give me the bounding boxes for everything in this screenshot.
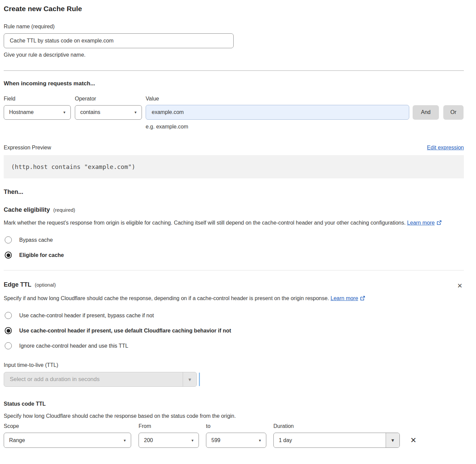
radio-checked-icon[interactable] — [5, 252, 12, 259]
ttl-duration-placeholder: Select or add a duration in seconds — [4, 372, 183, 386]
create-cache-rule-page: Create new Cache Rule Rule name (require… — [0, 0, 476, 458]
edge-ttl-header: Edge TTL (optional) ✕ — [4, 281, 464, 290]
to-select-value: 599 — [211, 437, 220, 443]
cache-eligibility-description-text: Mark whether the request's response from… — [4, 220, 406, 226]
radio-use-header-bypass-label: Use cache-control header if present, byp… — [19, 313, 154, 319]
close-icon[interactable]: ✕ — [456, 281, 464, 290]
expression-header: Expression Preview Edit expression — [4, 145, 464, 151]
external-link-icon — [360, 294, 365, 304]
required-tag: (required) — [53, 207, 75, 213]
then-heading: Then... — [4, 188, 464, 196]
radio-ignore-header[interactable]: Ignore cache-control header and use this… — [4, 342, 464, 349]
match-labels-row: Field Operator Value — [4, 96, 464, 102]
edge-ttl-heading: Edge TTL — [4, 281, 31, 288]
external-link-icon — [437, 219, 442, 228]
text-cursor — [199, 373, 200, 386]
radio-checked-icon[interactable] — [5, 327, 12, 334]
rule-name-input[interactable]: Cache TTL by status code on example.com — [4, 33, 234, 48]
scope-select[interactable]: Range ▾ — [4, 433, 131, 448]
cache-eligibility-description: Mark whether the request's response from… — [4, 218, 455, 228]
match-condition-row: Hostname ▾ contains ▾ example.com And Or — [4, 105, 464, 120]
value-input[interactable]: example.com — [146, 105, 409, 120]
from-label: From — [139, 423, 206, 429]
duration-select[interactable]: 1 day ▾ — [273, 433, 400, 448]
delete-row-icon[interactable]: ✕ — [409, 435, 418, 445]
operator-select[interactable]: contains ▾ — [75, 105, 142, 120]
edge-ttl-description-text: Specify if and how long Cloudflare shoul… — [4, 295, 329, 301]
chevron-down-icon: ▾ — [135, 110, 137, 114]
to-select[interactable]: 599 ▾ — [206, 433, 266, 448]
page-title: Create new Cache Rule — [4, 5, 464, 13]
rule-name-helper: Give your rule a descriptive name. — [4, 52, 464, 58]
value-input-value: example.com — [152, 109, 184, 115]
section-divider — [4, 270, 464, 270]
radio-icon[interactable] — [5, 342, 12, 349]
status-code-ttl-description: Specify how long Cloudflare should cache… — [4, 413, 464, 419]
radio-ignore-header-label: Ignore cache-control header and use this… — [19, 343, 128, 349]
radio-icon[interactable] — [5, 312, 12, 319]
learn-more-link[interactable]: Learn more — [407, 220, 435, 226]
optional-tag: (optional) — [35, 282, 56, 288]
ttl-input-label: Input time-to-live (TTL) — [4, 362, 464, 368]
radio-eligible-for-cache-label: Eligible for cache — [19, 252, 64, 258]
duration-label: Duration — [273, 423, 294, 429]
chevron-down-icon: ▾ — [183, 372, 197, 386]
radio-use-header-bypass[interactable]: Use cache-control header if present, byp… — [4, 312, 464, 319]
edit-expression-link[interactable]: Edit expression — [427, 145, 464, 151]
expression-preview-label: Expression Preview — [4, 145, 51, 151]
duration-select-value: 1 day — [274, 433, 386, 447]
learn-more-link[interactable]: Learn more — [331, 295, 358, 301]
cache-eligibility-header: Cache eligibility (required) — [4, 206, 464, 213]
chevron-down-icon: ▾ — [386, 433, 399, 447]
scope-label: Scope — [4, 423, 139, 429]
radio-use-header-default-label: Use cache-control header if present, use… — [19, 328, 231, 334]
chevron-down-icon: ▾ — [191, 438, 194, 442]
and-button[interactable]: And — [413, 105, 439, 120]
field-label: Field — [4, 96, 75, 102]
to-label: to — [206, 423, 273, 429]
or-button[interactable]: Or — [443, 105, 464, 120]
radio-use-header-default[interactable]: Use cache-control header if present, use… — [4, 327, 464, 334]
from-select[interactable]: 200 ▾ — [139, 433, 199, 448]
status-labels-row: Scope From to Duration — [4, 423, 464, 429]
from-select-value: 200 — [144, 437, 153, 443]
chevron-down-icon: ▾ — [259, 438, 261, 442]
scope-select-value: Range — [9, 437, 25, 443]
status-code-ttl-row: Range ▾ 200 ▾ 599 ▾ 1 day ▾ ✕ — [4, 433, 464, 448]
rule-name-label: Rule name (required) — [4, 24, 464, 30]
value-label: Value — [146, 96, 159, 102]
operator-label: Operator — [75, 96, 146, 102]
radio-eligible-for-cache[interactable]: Eligible for cache — [4, 252, 464, 259]
chevron-down-icon: ▾ — [124, 438, 126, 442]
cache-eligibility-heading: Cache eligibility — [4, 206, 50, 213]
ttl-duration-select[interactable]: Select or add a duration in seconds ▾ — [4, 372, 197, 387]
edge-ttl-description: Specify if and how long Cloudflare shoul… — [4, 294, 455, 304]
radio-bypass-cache-label: Bypass cache — [19, 237, 53, 243]
match-heading: When incoming requests match... — [4, 80, 464, 87]
radio-icon[interactable] — [5, 236, 12, 243]
chevron-down-icon: ▾ — [63, 110, 65, 114]
radio-bypass-cache[interactable]: Bypass cache — [4, 236, 464, 243]
rule-name-value: Cache TTL by status code on example.com — [10, 38, 114, 44]
field-select[interactable]: Hostname ▾ — [4, 105, 71, 120]
field-select-value: Hostname — [9, 109, 34, 115]
edge-ttl-heading-row: Edge TTL (optional) — [4, 281, 56, 288]
expression-code-block: (http.host contains "example.com") — [4, 155, 464, 178]
ttl-combo-wrap: Select or add a duration in seconds ▾ — [4, 372, 464, 387]
status-code-ttl-heading: Status code TTL — [4, 401, 464, 407]
value-helper: e.g. example.com — [146, 124, 464, 130]
operator-select-value: contains — [80, 109, 100, 115]
section-divider — [4, 70, 464, 71]
